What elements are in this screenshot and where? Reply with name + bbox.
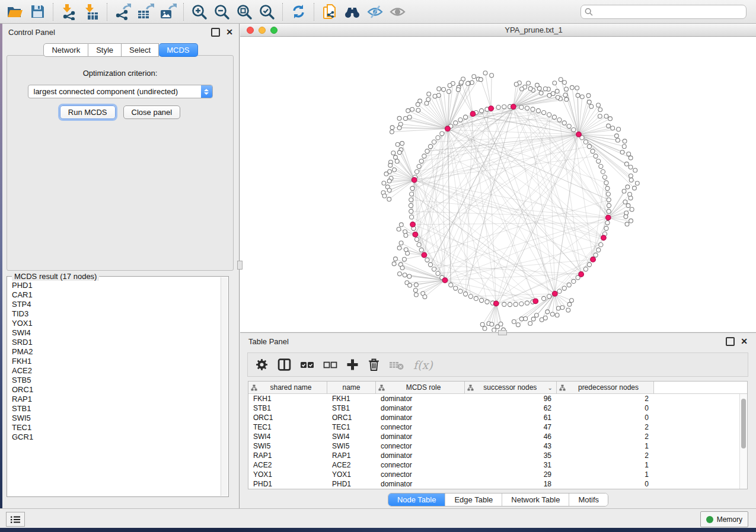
delete-column-button[interactable] <box>368 358 380 371</box>
column-label: shared name <box>257 383 324 392</box>
export-image-button[interactable] <box>157 2 179 22</box>
network-from-selection-button[interactable] <box>318 2 341 22</box>
column-header-predecessor-nodes[interactable]: predecessor nodes <box>557 382 654 393</box>
list-item[interactable]: YOX1 <box>12 319 221 328</box>
list-item[interactable]: SWI4 <box>12 328 221 338</box>
sort-desc-icon[interactable]: ⌄ <box>548 384 553 391</box>
show-columns-button[interactable] <box>277 358 291 371</box>
column-header-MCDS-role[interactable]: MCDS role <box>376 382 465 393</box>
search-box[interactable] <box>580 5 747 19</box>
tab-edge-table[interactable]: Edge Table <box>445 493 502 506</box>
list-item[interactable]: STP4 <box>12 300 221 309</box>
list-item[interactable]: TEC1 <box>12 423 221 432</box>
hide-graphics-button[interactable] <box>363 2 386 22</box>
zoom-fit-button[interactable] <box>233 2 256 22</box>
select-all-button[interactable] <box>300 360 314 370</box>
table-cell: 1 <box>557 470 654 479</box>
list-item[interactable]: SRD1 <box>12 338 221 347</box>
table-row[interactable]: YOX1YOX1connector291 <box>248 470 747 479</box>
table-row[interactable]: SWI4SWI4dominator462 <box>248 432 747 441</box>
table-row[interactable]: SWI5SWI5connector431 <box>248 441 747 451</box>
tab-network[interactable]: Network <box>43 43 88 57</box>
table-cell: connector <box>376 423 465 431</box>
optimization-select[interactable]: largest connected component (undirected) <box>28 85 213 98</box>
close-table-panel-icon[interactable]: ✕ <box>741 337 748 345</box>
list-item[interactable]: PHD1 <box>12 281 221 290</box>
import-table-button[interactable] <box>80 2 103 22</box>
mcds-result-scrollbar[interactable] <box>221 277 228 496</box>
list-item[interactable]: STB5 <box>12 376 221 385</box>
optimization-select-value: largest connected component (undirected) <box>28 87 201 96</box>
export-table-icon <box>136 4 154 20</box>
run-mcds-button[interactable]: Run MCDS <box>60 105 116 119</box>
list-item[interactable]: STB1 <box>12 404 221 414</box>
table-row[interactable]: RAP1RAP1dominator352 <box>248 451 747 460</box>
table-cell: 0 <box>557 414 654 422</box>
list-item[interactable]: FKH1 <box>12 357 221 366</box>
scrollbar-thumb[interactable] <box>741 399 746 448</box>
search-input[interactable] <box>596 7 742 17</box>
panel-menu-button[interactable] <box>6 512 25 527</box>
list-item[interactable]: TID3 <box>12 309 221 319</box>
tab-mcds[interactable]: MCDS <box>159 43 197 57</box>
close-panel-button[interactable]: Close panel <box>123 105 181 119</box>
float-panel-icon[interactable] <box>211 28 220 37</box>
open-folder-icon <box>6 4 24 20</box>
mcds-result-list[interactable]: PHD1CAR1STP4TID3YOX1SWI4SRD1PMA2FKH1ACE2… <box>8 277 221 496</box>
list-item[interactable]: ACE2 <box>12 366 221 376</box>
list-item[interactable]: ORC1 <box>12 385 221 395</box>
list-item[interactable]: PMA2 <box>12 347 221 357</box>
mcds-result-group: MCDS result (17 nodes) PHD1CAR1STP4TID3Y… <box>7 276 229 497</box>
tab-motifs[interactable]: Motifs <box>569 493 608 506</box>
table-row[interactable]: PHD1PHD1dominator180 <box>248 479 747 489</box>
zoom-in-button[interactable] <box>188 2 210 22</box>
export-network-button[interactable] <box>111 2 134 22</box>
refresh-button[interactable] <box>287 2 310 22</box>
table-row[interactable]: ORC1ORC1dominator610 <box>248 413 747 422</box>
table-cell: 1 <box>557 442 654 450</box>
table-cell: SWI4 <box>248 432 327 441</box>
list-item[interactable]: CAR1 <box>12 290 221 300</box>
column-header-shared-name[interactable]: shared name <box>248 382 327 393</box>
birds-eye-view-button[interactable] <box>341 2 363 22</box>
float-table-panel-icon[interactable] <box>726 337 735 346</box>
import-network-button[interactable] <box>58 2 80 22</box>
column-header-name[interactable]: name <box>327 382 376 393</box>
tab-network-table[interactable]: Network Table <box>502 493 569 506</box>
zoom-selected-button[interactable] <box>256 2 278 22</box>
list-item[interactable]: GCR1 <box>12 432 221 442</box>
export-table-button[interactable] <box>134 2 157 22</box>
window-close-icon[interactable] <box>247 27 254 34</box>
table-divider-handle[interactable] <box>498 330 507 335</box>
table-row[interactable]: ACE2ACE2connector311 <box>248 460 747 470</box>
node-table-scrollbar[interactable] <box>739 394 747 489</box>
window-minimize-icon[interactable] <box>259 27 266 34</box>
network-canvas[interactable] <box>240 37 756 332</box>
save-session-button[interactable] <box>26 2 49 22</box>
list-item[interactable]: RAP1 <box>12 395 221 404</box>
table-cell: ORC1 <box>327 414 376 422</box>
close-panel-icon[interactable]: ✕ <box>226 28 233 36</box>
add-column-button[interactable] <box>346 358 359 371</box>
table-row[interactable]: TEC1TEC1connector472 <box>248 422 747 432</box>
table-settings-button[interactable] <box>255 358 269 371</box>
network-view-window: YPA_prune.txt_1 <box>240 24 756 332</box>
network-window-titlebar[interactable]: YPA_prune.txt_1 <box>240 24 756 37</box>
zoom-out-button[interactable] <box>210 2 233 22</box>
search-icon <box>585 8 593 16</box>
panel-divider-handle[interactable] <box>237 261 243 270</box>
tab-select[interactable]: Select <box>122 43 159 57</box>
column-header-successor-nodes[interactable]: successor nodes⌄ <box>465 382 557 393</box>
memory-button[interactable]: Memory <box>700 511 748 527</box>
list-item[interactable]: SWI5 <box>12 414 221 423</box>
deselect-all-button[interactable] <box>323 360 337 370</box>
open-file-button[interactable] <box>4 2 26 22</box>
window-zoom-icon[interactable] <box>270 27 277 34</box>
main-toolbar <box>0 0 756 24</box>
show-graphics-button[interactable] <box>386 2 409 22</box>
table-row[interactable]: STB1STB1dominator620 <box>248 403 747 413</box>
table-row[interactable]: FKH1FKH1dominator962 <box>248 394 747 403</box>
tab-node-table[interactable]: Node Table <box>388 493 445 506</box>
clear-table-button-disabled <box>389 360 404 370</box>
tab-style[interactable]: Style <box>88 43 122 57</box>
